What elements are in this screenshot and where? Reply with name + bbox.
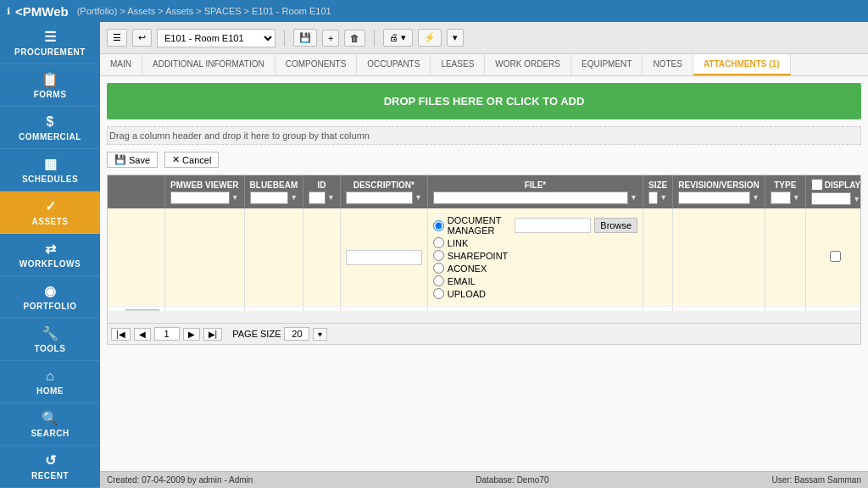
source-radio-group: DOCUMENT MANAGER LINK SHAREPOINT ACONEX … <box>433 211 509 303</box>
sidebar-label-portfolio: PORTFOLIO <box>24 302 77 311</box>
tab-components[interactable]: COMPONENTS <box>275 54 358 75</box>
tab-work-orders[interactable]: WORK ORDERS <box>485 54 571 75</box>
tab-notes[interactable]: NOTES <box>643 54 693 75</box>
display-all-checkbox[interactable] <box>811 179 823 191</box>
filter-id[interactable] <box>309 191 326 204</box>
drop-zone[interactable]: DROP FILES HERE OR CLICK TO ADD <box>107 83 861 119</box>
sidebar-item-schedules[interactable]: ▦ SCHEDULES <box>0 149 100 191</box>
filter-type[interactable] <box>771 191 791 204</box>
radio-link[interactable]: LINK <box>433 236 509 249</box>
save-button[interactable]: 💾 <box>293 29 317 47</box>
attachments-panel: DROP FILES HERE OR CLICK TO ADD Drag a c… <box>100 76 868 471</box>
tab-bar: MAIN ADDITIONAL INFORMATION COMPONENTS O… <box>100 54 868 76</box>
add-button[interactable]: + <box>322 30 339 47</box>
home-icon: ⌂ <box>46 369 54 384</box>
filter-bluebeam[interactable] <box>250 191 289 204</box>
col-header-thumb <box>108 175 165 208</box>
browse-button[interactable]: Browse <box>594 218 637 233</box>
tab-leases[interactable]: LEASES <box>431 54 485 75</box>
database-info: Database: Demo70 <box>476 475 548 485</box>
edit-pmweb-cell <box>165 208 245 307</box>
tab-additional[interactable]: ADDITIONAL INFORMATION <box>142 54 275 75</box>
tab-attachments[interactable]: ATTACHMENTS (1) <box>693 54 791 75</box>
list-button[interactable]: ☰ <box>107 29 127 47</box>
radio-sharepoint[interactable]: SHAREPOINT <box>433 249 509 262</box>
col-header-id: ID ▼ <box>303 175 341 208</box>
sidebar-label-assets: ASSETS <box>31 217 68 226</box>
attachments-table-container: PMWEB VIEWER ▼ BLUEBEAM ▼ ID <box>107 175 861 345</box>
portfolio-icon: ◉ <box>44 283 56 299</box>
sidebar-item-workflows[interactable]: ⇄ WORKFLOWS <box>0 234 100 276</box>
content-area: ☰ ↩ E101 - Room E101 💾 + 🗑 🖨 ▾ ⚡ ▾ MAIN … <box>100 22 868 488</box>
sidebar-item-home[interactable]: ⌂ HOME <box>0 361 100 403</box>
page-size-label: PAGE SIZE <box>232 329 281 339</box>
undo-button[interactable]: ↩ <box>132 29 152 47</box>
col-header-size: SIZE ▼ <box>643 175 673 208</box>
radio-upload[interactable]: UPLOAD <box>433 287 509 300</box>
edit-id-cell <box>303 208 341 307</box>
radio-doc-manager[interactable]: DOCUMENT MANAGER <box>433 214 509 236</box>
record-select[interactable]: E101 - Room E101 <box>157 29 275 47</box>
col-header-description: DESCRIPTION* ▼ <box>340 175 427 208</box>
radio-email[interactable]: EMAIL <box>433 274 509 287</box>
sidebar-label-workflows: WORKFLOWS <box>19 259 81 269</box>
filter-size[interactable] <box>648 191 658 204</box>
filter-display[interactable] <box>811 192 852 205</box>
workflows-icon: ⇄ <box>45 241 56 257</box>
sidebar-item-forms[interactable]: 📋 FORMS <box>0 64 100 107</box>
next-page-button[interactable]: ▶ <box>183 328 200 341</box>
toolbar: ☰ ↩ E101 - Room E101 💾 + 🗑 🖨 ▾ ⚡ ▾ <box>100 22 868 54</box>
group-by-bar[interactable]: Drag a column header and drop it here to… <box>107 126 861 145</box>
status-bar: Created: 07-04-2009 by admin - Admin Dat… <box>100 471 868 488</box>
sidebar-item-recent[interactable]: ↺ RECENT <box>0 446 100 488</box>
sidebar-item-search[interactable]: 🔍 SEARCH <box>0 403 100 446</box>
sidebar: ☰ PROCUREMENT 📋 FORMS $ COMMERCIAL ▦ SCH… <box>0 22 100 488</box>
sidebar-item-procurement[interactable]: ☰ PROCUREMENT <box>0 22 100 64</box>
cancel-button[interactable]: ✕ Cancel <box>164 152 219 168</box>
edit-description-cell[interactable] <box>340 208 427 307</box>
file-path-input[interactable] <box>515 218 591 233</box>
edit-file-cell: DOCUMENT MANAGER LINK SHAREPOINT ACONEX … <box>427 208 643 307</box>
user-info: User: Bassam Samman <box>771 475 861 485</box>
col-header-revision: REVISION/VERSION ▼ <box>673 175 765 208</box>
table-scroll-area[interactable]: PMWEB VIEWER ▼ BLUEBEAM ▼ ID <box>108 175 860 311</box>
lightning-button[interactable]: ⚡ <box>418 29 442 47</box>
tab-main[interactable]: MAIN <box>100 54 142 75</box>
filter-file[interactable] <box>433 191 628 204</box>
sidebar-item-assets[interactable]: ✓ ASSETS <box>0 191 100 234</box>
filter-pmweb[interactable] <box>170 191 230 204</box>
filter-revision[interactable] <box>678 191 750 204</box>
info-icon[interactable]: ℹ <box>7 6 10 17</box>
thumbnail-image: img <box>125 309 159 311</box>
table-row-edit: DOCUMENT MANAGER LINK SHAREPOINT ACONEX … <box>108 208 860 307</box>
save-record-button[interactable]: 💾 Save <box>107 152 158 168</box>
procurement-icon: ☰ <box>44 29 56 45</box>
tab-equipment[interactable]: EQUIPMENT <box>571 54 643 75</box>
cancel-icon: ✕ <box>172 154 180 165</box>
sidebar-item-portfolio[interactable]: ◉ PORTFOLIO <box>0 276 100 319</box>
first-page-button[interactable]: |◀ <box>111 328 131 341</box>
col-header-file: FILE* ▼ <box>427 175 643 208</box>
print-button[interactable]: 🖨 ▾ <box>383 29 412 47</box>
display-checkbox-edit[interactable] <box>830 251 841 262</box>
sidebar-item-tools[interactable]: 🔧 TOOLS <box>0 319 100 361</box>
created-info: Created: 07-04-2009 by admin - Admin <box>107 475 253 485</box>
sidebar-item-commercial[interactable]: $ COMMERCIAL <box>0 107 100 149</box>
horizontal-scrollbar[interactable] <box>108 311 860 323</box>
delete-button[interactable]: 🗑 <box>344 30 365 47</box>
page-number-input[interactable] <box>154 327 180 341</box>
radio-aconex[interactable]: ACONEX <box>433 262 509 274</box>
filter-description[interactable] <box>346 191 413 204</box>
last-page-button[interactable]: ▶| <box>203 328 223 341</box>
page-size-dropdown[interactable]: ▾ <box>313 328 327 341</box>
edit-size-cell <box>643 208 673 307</box>
page-size-input[interactable] <box>284 327 309 341</box>
prev-page-button[interactable]: ◀ <box>134 328 151 341</box>
col-header-pmweb: PMWEB VIEWER ▼ <box>165 175 245 208</box>
sidebar-label-search: SEARCH <box>31 429 69 438</box>
tab-occupants[interactable]: OCCUPANTS <box>357 54 431 75</box>
dropdown-button[interactable]: ▾ <box>447 29 464 47</box>
description-input[interactable] <box>346 250 422 265</box>
assets-icon: ✓ <box>45 198 56 214</box>
edit-display-cell[interactable] <box>805 208 860 307</box>
